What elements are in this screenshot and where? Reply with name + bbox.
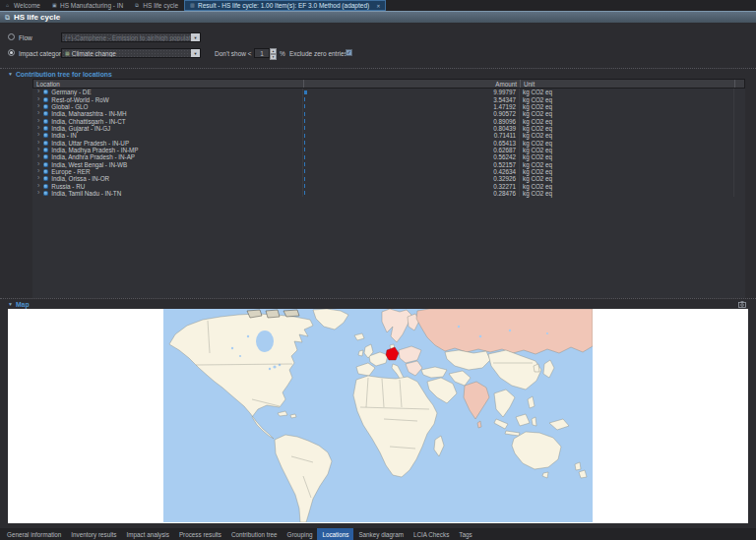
result-page-tab-tags[interactable]: Tags xyxy=(454,528,476,540)
location-icon xyxy=(43,191,48,196)
tree-row[interactable]: ›India, Uttar Pradesh - IN-UP0.65413kg C… xyxy=(32,139,745,146)
unit-value: kg CO2 eq xyxy=(519,160,733,167)
result-page-tab-grouping[interactable]: Grouping xyxy=(283,528,318,540)
result-page-tab-sankey-diagram[interactable]: Sankey diagram xyxy=(353,528,409,540)
impact-category-value: Climate change xyxy=(72,50,116,57)
chevron-down-icon[interactable]: ▼ xyxy=(191,49,200,57)
export-image-icon[interactable] xyxy=(738,301,746,309)
column-header-amount[interactable]: Amount xyxy=(303,80,520,88)
contribution-bar xyxy=(304,126,305,130)
expand-arrow-icon[interactable]: › xyxy=(37,110,39,116)
amount-value: 0.32926 xyxy=(493,175,516,182)
expand-arrow-icon[interactable]: › xyxy=(37,147,39,152)
editor-tab[interactable]: ▥Result - HS life cycle: 1.00 Item(s): E… xyxy=(184,0,386,11)
tree-row[interactable]: ›India, Gujarat - IN-GJ0.80439kg CO2 eq xyxy=(32,125,745,132)
tree-row[interactable]: ›India, Chhattisgarh - IN-CT0.89096kg CO… xyxy=(32,117,745,124)
map-section-header[interactable]: ▼ Map xyxy=(0,298,756,309)
tree-row[interactable]: ›India, West Bengal - IN-WB0.52157kg CO2… xyxy=(32,160,745,167)
contribution-bar xyxy=(304,191,305,195)
impact-category-combobox[interactable]: ▦Climate change ▼ xyxy=(61,48,201,58)
tree-row[interactable]: ›Germany - DE9.99797kg CO2 eq xyxy=(32,89,745,95)
editor-tab-label: HS life cycle xyxy=(143,2,178,9)
threshold-percent-label: % xyxy=(280,50,285,57)
tree-row[interactable]: ›India, Tamil Nadu - IN-TN0.28476kg CO2 … xyxy=(32,190,745,197)
exclude-zero-checkbox[interactable] xyxy=(346,49,352,56)
contribution-bar xyxy=(304,155,305,159)
row-spacer xyxy=(733,103,745,110)
column-header-location[interactable]: Location xyxy=(33,80,303,88)
threshold-spinner[interactable]: 1 ▲ ▼ xyxy=(254,48,277,58)
expand-arrow-icon[interactable]: › xyxy=(37,140,39,146)
expand-arrow-icon[interactable]: › xyxy=(37,183,39,189)
tree-row[interactable]: ›Rest-of-World - RoW3.54347kg CO2 eq xyxy=(32,95,745,102)
editor-tab[interactable]: ⌂Welcome xyxy=(0,0,46,11)
result-page-tab-inventory-results[interactable]: Inventory results xyxy=(66,528,121,540)
flow-combobox: (+)-Camphene - Emission to air/high popu… xyxy=(61,32,201,42)
tree-row[interactable]: ›Europe - RER0.42634kg CO2 eq xyxy=(32,168,745,175)
expand-arrow-icon[interactable]: › xyxy=(37,161,39,167)
expand-arrow-icon[interactable]: › xyxy=(37,132,39,138)
tree-row[interactable]: ›Russia - RU0.32271kg CO2 eq xyxy=(32,182,745,189)
expand-arrow-icon[interactable]: › xyxy=(37,190,39,196)
expand-arrow-icon[interactable]: › xyxy=(37,168,39,174)
product-system-icon: ⧉ xyxy=(135,3,140,8)
location-icon xyxy=(43,176,48,181)
result-page-tab-process-results[interactable]: Process results xyxy=(174,528,226,540)
location-name: Russia - RU xyxy=(51,183,85,190)
collapse-icon[interactable]: ▼ xyxy=(8,301,13,307)
location-icon xyxy=(43,148,48,152)
expand-arrow-icon[interactable]: › xyxy=(37,89,39,94)
chevron-down-icon[interactable]: ▼ xyxy=(191,33,200,41)
map-canvas[interactable] xyxy=(8,309,748,523)
result-page-tab-impact-analysis[interactable]: Impact analysis xyxy=(122,528,174,540)
expand-arrow-icon[interactable]: › xyxy=(37,96,39,102)
expand-arrow-icon[interactable]: › xyxy=(37,118,39,124)
world-map[interactable] xyxy=(163,309,593,522)
contribution-tree-section-header[interactable]: ▼ Contribution tree for locations xyxy=(0,68,756,79)
flow-radio[interactable] xyxy=(8,33,15,40)
result-page-tab-general-information[interactable]: General information xyxy=(2,528,66,540)
collapse-icon[interactable]: ▼ xyxy=(8,71,13,77)
tree-row[interactable]: ›Global - GLO1.47192kg CO2 eq xyxy=(32,103,745,110)
location-icon xyxy=(43,184,48,189)
unit-value: kg CO2 eq xyxy=(519,132,733,139)
tree-row[interactable]: ›India, Orissa - IN-OR0.32926kg CO2 eq xyxy=(32,175,745,182)
tree-row[interactable]: ›India, Andhra Pradesh - IN-AP0.56242kg … xyxy=(32,153,745,160)
result-page-tab-locations[interactable]: Locations xyxy=(317,528,353,540)
expand-arrow-icon[interactable]: › xyxy=(37,175,39,181)
editor-tab[interactable]: ▣HS Manufacturing - IN xyxy=(46,0,129,11)
tree-row[interactable]: ›India, Maharashtra - IN-MH0.90572kg CO2… xyxy=(32,110,745,117)
table-body: ›Germany - DE9.99797kg CO2 eq›Rest-of-Wo… xyxy=(32,89,745,298)
result-page-tab-lcia-checks[interactable]: LCIA Checks xyxy=(409,528,454,540)
impact-category-icon: ▦ xyxy=(65,50,70,56)
column-header-unit[interactable]: Unit xyxy=(520,80,734,88)
spinner-down-icon[interactable]: ▼ xyxy=(270,54,277,60)
row-spacer xyxy=(733,190,745,197)
row-spacer xyxy=(733,117,745,124)
column-header-spacer xyxy=(734,80,744,88)
unit-value: kg CO2 eq xyxy=(519,139,733,146)
tree-row[interactable]: ›India - IN0.71411kg CO2 eq xyxy=(32,132,745,139)
contribution-tree-section-title: Contribution tree for locations xyxy=(16,71,112,78)
flow-radio-label: Flow xyxy=(19,34,32,41)
location-name: Rest-of-World - RoW xyxy=(51,96,108,103)
row-spacer xyxy=(733,125,745,132)
editor-tab[interactable]: ⧉HS life cycle xyxy=(129,0,184,11)
tree-row[interactable]: ›India, Madhya Pradesh - IN-MP0.62687kg … xyxy=(32,147,745,153)
close-icon[interactable]: ✕ xyxy=(376,3,380,9)
impact-category-radio[interactable] xyxy=(8,49,15,56)
unit-value: kg CO2 eq xyxy=(519,117,733,124)
amount-value: 1.47192 xyxy=(493,103,516,110)
expand-arrow-icon[interactable]: › xyxy=(37,125,39,131)
location-icon xyxy=(43,162,48,167)
result-page-tab-contribution-tree[interactable]: Contribution tree xyxy=(226,528,283,540)
map-russia-highlight xyxy=(416,309,593,354)
result-icon: ▥ xyxy=(190,3,195,8)
result-toolbar: Flow (+)-Camphene - Emission to air/high… xyxy=(0,23,756,68)
unit-value: kg CO2 eq xyxy=(519,182,733,189)
contribution-bar xyxy=(304,104,305,108)
expand-arrow-icon[interactable]: › xyxy=(37,103,39,109)
expand-arrow-icon[interactable]: › xyxy=(37,153,39,159)
welcome-icon: ⌂ xyxy=(6,3,11,8)
table-header-row[interactable]: Location Amount Unit xyxy=(32,79,745,89)
